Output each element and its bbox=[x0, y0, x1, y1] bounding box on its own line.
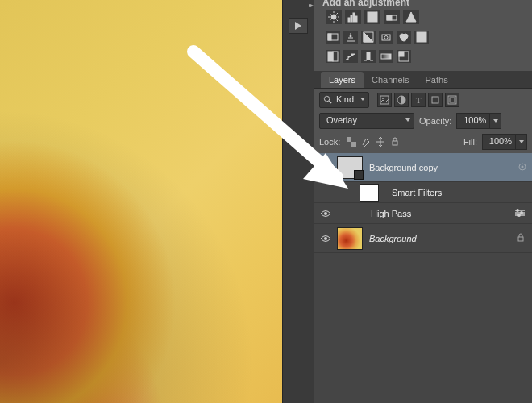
svg-line-5 bbox=[330, 13, 331, 15]
svg-rect-40 bbox=[432, 97, 438, 103]
image-canvas[interactable] bbox=[0, 0, 282, 403]
layer-row[interactable]: Background copy bbox=[314, 153, 532, 182]
svg-rect-43 bbox=[347, 137, 351, 142]
smart-filter-mask-thumbnail[interactable] bbox=[360, 184, 379, 202]
fill-label: Fill: bbox=[463, 137, 477, 147]
filter-type-icon[interactable]: T bbox=[411, 93, 426, 107]
svg-rect-31 bbox=[333, 52, 338, 61]
svg-point-24 bbox=[401, 36, 406, 41]
lock-all-icon[interactable] bbox=[389, 135, 401, 148]
layers-list: Background copy Smart Filters High Pass bbox=[314, 153, 532, 403]
fill-drop-button[interactable] bbox=[516, 134, 527, 150]
eye-icon bbox=[320, 235, 331, 243]
opacity-label: Opacity: bbox=[419, 116, 451, 126]
panel-tabs: Layers Channels Paths bbox=[314, 71, 532, 89]
collapse-chevrons-icon[interactable]: ▸▸ bbox=[309, 2, 312, 9]
invert-icon[interactable] bbox=[326, 50, 340, 63]
filter-options-icon[interactable] bbox=[514, 209, 526, 218]
layer-row[interactable]: Smart Filters bbox=[314, 182, 532, 203]
color-balance-icon[interactable] bbox=[343, 31, 358, 44]
svg-point-57 bbox=[324, 237, 327, 240]
black-white-icon[interactable] bbox=[361, 31, 376, 44]
svg-point-49 bbox=[522, 165, 524, 168]
svg-point-35 bbox=[324, 96, 329, 101]
eye-icon bbox=[320, 210, 331, 218]
fill-input[interactable]: 100% bbox=[482, 134, 516, 150]
filter-adjustment-icon[interactable] bbox=[394, 93, 409, 107]
svg-rect-47 bbox=[393, 141, 397, 145]
kind-filter-label: Kind bbox=[336, 94, 354, 104]
svg-point-38 bbox=[382, 98, 384, 99]
exposure-icon[interactable] bbox=[384, 10, 400, 24]
color-lookup-icon[interactable] bbox=[414, 31, 429, 44]
svg-rect-32 bbox=[381, 54, 391, 59]
layer-name: High Pass bbox=[371, 209, 411, 218]
layer-filter-bar: Kind T bbox=[319, 92, 527, 108]
layer-name: Background bbox=[369, 234, 417, 243]
svg-point-50 bbox=[324, 212, 327, 215]
play-icon bbox=[294, 22, 302, 30]
svg-point-21 bbox=[384, 36, 388, 39]
levels-icon[interactable] bbox=[345, 10, 361, 24]
channel-mixer-icon[interactable] bbox=[397, 31, 411, 44]
svg-rect-30 bbox=[328, 52, 333, 61]
svg-rect-42 bbox=[450, 98, 455, 102]
vibrance-icon[interactable] bbox=[403, 10, 419, 24]
svg-rect-15 bbox=[387, 15, 392, 20]
svg-rect-9 bbox=[348, 18, 350, 22]
blend-row: Overlay Opacity: 100% bbox=[319, 113, 527, 129]
panel-collapse-strip: ▸▸ bbox=[282, 0, 314, 403]
svg-point-18 bbox=[350, 35, 351, 37]
curves-icon[interactable] bbox=[364, 10, 380, 24]
lock-pixels-icon[interactable] bbox=[360, 135, 372, 148]
tab-channels[interactable]: Channels bbox=[364, 72, 417, 88]
visibility-toggle[interactable] bbox=[314, 235, 337, 243]
filter-pixel-icon[interactable] bbox=[377, 93, 392, 107]
layer-row[interactable]: Background bbox=[314, 224, 532, 253]
blend-mode-select[interactable]: Overlay bbox=[319, 113, 414, 129]
lock-transparency-icon[interactable] bbox=[345, 135, 358, 148]
visibility-toggle[interactable] bbox=[314, 210, 337, 218]
posterize-icon[interactable] bbox=[343, 50, 358, 63]
adjustment-panel-title: Add an adjustment bbox=[322, 0, 409, 8]
chevron-down-icon bbox=[360, 98, 365, 101]
chevron-down-icon bbox=[519, 140, 524, 143]
layer-name: Smart Filters bbox=[392, 188, 442, 197]
layer-thumbnail[interactable] bbox=[337, 156, 363, 179]
opacity-input[interactable]: 100% bbox=[456, 113, 490, 129]
kind-filter-select[interactable]: Kind bbox=[319, 92, 369, 108]
lock-position-icon[interactable] bbox=[374, 135, 387, 148]
svg-point-54 bbox=[517, 209, 518, 210]
filter-shape-icon[interactable] bbox=[428, 93, 443, 107]
svg-point-55 bbox=[521, 211, 522, 213]
opacity-drop-button[interactable] bbox=[490, 113, 501, 129]
svg-rect-34 bbox=[399, 52, 404, 56]
chevron-down-icon bbox=[405, 118, 410, 122]
app-root: ▸▸ Add an adjustment bbox=[0, 0, 532, 403]
lock-icon bbox=[516, 233, 526, 244]
layer-row[interactable]: High Pass bbox=[314, 203, 532, 224]
gradient-map-icon[interactable] bbox=[379, 50, 393, 63]
tab-layers[interactable]: Layers bbox=[321, 72, 364, 88]
svg-rect-25 bbox=[417, 32, 426, 42]
filter-smart-icon[interactable] bbox=[445, 93, 459, 107]
svg-rect-11 bbox=[353, 13, 355, 22]
svg-line-36 bbox=[329, 101, 331, 103]
svg-line-8 bbox=[337, 13, 339, 15]
play-action-button[interactable] bbox=[289, 18, 308, 34]
chevron-down-icon bbox=[493, 119, 498, 123]
blend-mode-value: Overlay bbox=[326, 115, 357, 125]
hue-sat-icon[interactable] bbox=[326, 31, 340, 44]
svg-line-7 bbox=[330, 20, 331, 22]
layer-thumbnail[interactable] bbox=[337, 227, 363, 250]
layer-name: Background copy bbox=[369, 163, 438, 172]
threshold-icon[interactable] bbox=[361, 50, 376, 63]
svg-rect-10 bbox=[351, 15, 352, 22]
photo-filter-icon[interactable] bbox=[379, 31, 393, 44]
visibility-off-icon[interactable] bbox=[517, 162, 527, 173]
svg-rect-58 bbox=[518, 237, 523, 241]
selective-color-icon[interactable] bbox=[397, 50, 411, 63]
tab-paths[interactable]: Paths bbox=[418, 72, 456, 88]
svg-line-6 bbox=[337, 20, 339, 22]
brightness-contrast-icon[interactable] bbox=[326, 10, 342, 24]
